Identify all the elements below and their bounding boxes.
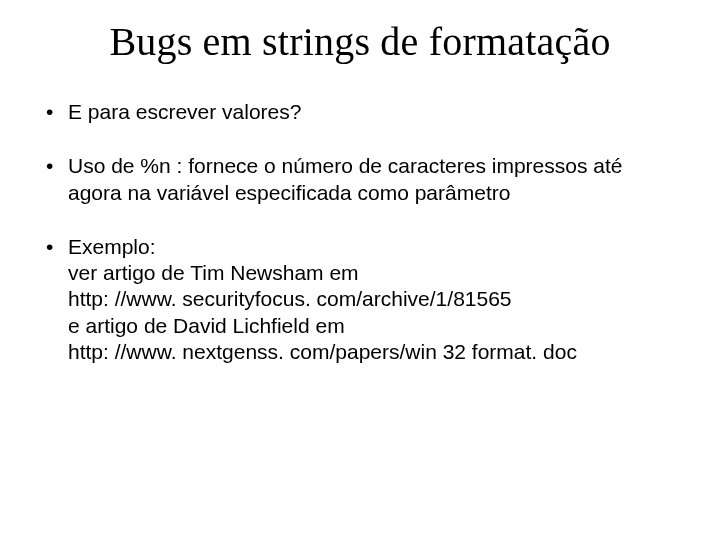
- bullet-item: Exemplo: ver artigo de Tim Newsham em ht…: [40, 234, 680, 365]
- slide: Bugs em strings de formatação E para esc…: [0, 0, 720, 540]
- bullet-line: http: //www. nextgenss. com/papers/win 3…: [68, 339, 680, 365]
- bullet-text: E para escrever valores?: [68, 100, 301, 123]
- bullet-line: Exemplo:: [68, 234, 680, 260]
- bullet-line: http: //www. securityfocus. com/archive/…: [68, 286, 680, 312]
- slide-title: Bugs em strings de formatação: [40, 18, 680, 65]
- bullet-item: E para escrever valores?: [40, 99, 680, 125]
- bullet-multiline: Exemplo: ver artigo de Tim Newsham em ht…: [68, 234, 680, 365]
- bullet-line: e artigo de David Lichfield em: [68, 313, 680, 339]
- bullet-list: E para escrever valores? Uso de %n : for…: [40, 99, 680, 365]
- bullet-item: Uso de %n : fornece o número de caracter…: [40, 153, 680, 206]
- bullet-line: ver artigo de Tim Newsham em: [68, 260, 680, 286]
- bullet-text: Uso de %n : fornece o número de caracter…: [68, 154, 622, 203]
